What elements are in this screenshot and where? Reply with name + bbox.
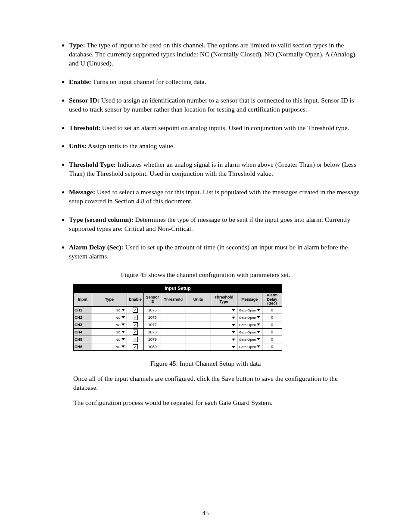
table-header-cell: Alarm Delay (Sec) bbox=[262, 292, 282, 307]
message-select[interactable]: Gate Open bbox=[238, 322, 261, 327]
table-header-cell: Units bbox=[186, 292, 211, 307]
cell-alarm-delay[interactable]: 0 bbox=[262, 329, 282, 336]
caret-down-icon bbox=[257, 316, 260, 319]
cell-message: Gate Open bbox=[237, 307, 262, 314]
cell-sensor-id[interactable]: 1076 bbox=[144, 314, 161, 321]
message-select[interactable]: Gate Open bbox=[238, 344, 261, 349]
svg-marker-14 bbox=[257, 338, 260, 340]
cell-type: NC bbox=[92, 343, 127, 351]
bullet-item: Alarm Delay (Sec): Used to set up the am… bbox=[69, 243, 364, 261]
bullet-text: Used to assign an identification number … bbox=[69, 96, 354, 113]
bullet-label: Threshold: bbox=[69, 124, 100, 131]
type-value: NC bbox=[115, 338, 121, 342]
cell-units[interactable] bbox=[186, 321, 211, 329]
type-select[interactable]: NC bbox=[93, 337, 126, 342]
svg-marker-15 bbox=[121, 345, 125, 348]
caret-down-icon bbox=[121, 331, 125, 333]
bullet-label: Sensor ID: bbox=[69, 96, 100, 104]
page-number: 45 bbox=[0, 510, 411, 517]
svg-marker-17 bbox=[257, 345, 260, 348]
cell-sensor-id[interactable]: 1075 bbox=[144, 307, 161, 314]
cell-units[interactable] bbox=[186, 307, 211, 314]
threshold-type-select[interactable] bbox=[212, 345, 236, 350]
table-row: CH5NC✓1079Gate Open0 bbox=[74, 336, 282, 343]
cell-sensor-id[interactable]: 1080 bbox=[144, 343, 161, 351]
cell-units[interactable] bbox=[186, 329, 211, 336]
type-select[interactable]: NC bbox=[93, 315, 126, 320]
bullet-label: Alarm Delay (Sec): bbox=[69, 243, 124, 251]
cell-sensor-id[interactable]: 1077 bbox=[144, 321, 161, 329]
caret-down-icon bbox=[257, 309, 260, 311]
figure-caption-before: Figure 45 shows the channel configuratio… bbox=[47, 271, 364, 280]
cell-enable: ✓ bbox=[127, 329, 144, 336]
threshold-type-select[interactable] bbox=[212, 308, 236, 313]
caret-down-icon bbox=[232, 317, 235, 319]
cell-threshold[interactable] bbox=[161, 321, 186, 329]
svg-marker-6 bbox=[121, 324, 125, 326]
bullet-text: The type of input to be used on this cha… bbox=[69, 41, 357, 67]
cell-enable: ✓ bbox=[127, 321, 144, 329]
caret-down-icon bbox=[257, 345, 260, 348]
svg-marker-11 bbox=[257, 331, 260, 333]
svg-marker-5 bbox=[257, 316, 260, 318]
caret-down-icon bbox=[121, 324, 125, 326]
cell-threshold[interactable] bbox=[161, 343, 186, 351]
cell-type: NC bbox=[92, 314, 127, 321]
type-select[interactable]: NC bbox=[93, 308, 126, 313]
message-select[interactable]: Gate Open bbox=[238, 308, 261, 313]
enable-checkbox[interactable]: ✓ bbox=[133, 315, 138, 320]
message-select[interactable]: Gate Open bbox=[238, 330, 261, 335]
cell-alarm-delay[interactable]: 0 bbox=[262, 314, 282, 321]
caret-down-icon bbox=[257, 331, 260, 333]
table-row: CH3NC✓1077Gate Open0 bbox=[74, 321, 282, 329]
enable-checkbox[interactable]: ✓ bbox=[133, 308, 138, 313]
cell-threshold[interactable] bbox=[161, 329, 186, 336]
cell-sensor-id[interactable]: 1078 bbox=[144, 329, 161, 336]
threshold-type-select[interactable] bbox=[212, 330, 236, 335]
message-select[interactable]: Gate Open bbox=[238, 315, 261, 320]
enable-checkbox[interactable]: ✓ bbox=[133, 337, 138, 342]
cell-alarm-delay[interactable]: 0 bbox=[262, 336, 282, 343]
bullet-item: Type: The type of input to be used on th… bbox=[69, 41, 364, 68]
row-channel: CH5 bbox=[74, 336, 92, 343]
cell-message: Gate Open bbox=[237, 329, 262, 336]
caret-down-icon bbox=[121, 316, 125, 319]
row-channel: CH4 bbox=[74, 329, 92, 336]
cell-type: NC bbox=[92, 329, 127, 336]
cell-alarm-delay[interactable]: 0 bbox=[262, 343, 282, 351]
bullet-label: Units: bbox=[69, 142, 86, 149]
table-header-cell: Threshold Type bbox=[211, 292, 237, 307]
type-select[interactable]: NC bbox=[93, 322, 126, 327]
cell-units[interactable] bbox=[186, 336, 211, 343]
cell-units[interactable] bbox=[186, 314, 211, 321]
type-select[interactable]: NC bbox=[93, 330, 126, 335]
threshold-type-select[interactable] bbox=[212, 337, 236, 342]
enable-checkbox[interactable]: ✓ bbox=[133, 344, 138, 349]
cell-threshold[interactable] bbox=[161, 307, 186, 314]
table-row: CH4NC✓1078Gate Open0 bbox=[74, 329, 282, 336]
type-value: NC bbox=[115, 323, 121, 327]
cell-units[interactable] bbox=[186, 343, 211, 351]
svg-marker-3 bbox=[121, 316, 125, 318]
enable-checkbox[interactable]: ✓ bbox=[133, 322, 138, 327]
table-row: CH2NC✓1076Gate Open0 bbox=[74, 314, 282, 321]
threshold-type-select[interactable] bbox=[212, 315, 236, 320]
message-select[interactable]: Gate Open bbox=[238, 337, 261, 342]
cell-threshold-type bbox=[211, 336, 237, 343]
type-value: NC bbox=[115, 308, 121, 312]
row-channel: CH6 bbox=[74, 343, 92, 351]
table-header-cell: Input bbox=[74, 292, 92, 307]
cell-alarm-delay[interactable]: 0 bbox=[262, 321, 282, 329]
type-select[interactable]: NC bbox=[93, 344, 126, 349]
cell-sensor-id[interactable]: 1079 bbox=[144, 336, 161, 343]
bullet-text: Used to set an alarm setpoint on analog … bbox=[102, 124, 349, 131]
cell-threshold[interactable] bbox=[161, 336, 186, 343]
cell-message: Gate Open bbox=[237, 321, 262, 329]
caret-down-icon bbox=[232, 346, 235, 348]
cell-alarm-delay[interactable]: 0 bbox=[262, 307, 282, 314]
cell-threshold-type bbox=[211, 307, 237, 314]
threshold-type-select[interactable] bbox=[212, 323, 236, 328]
enable-checkbox[interactable]: ✓ bbox=[133, 330, 138, 335]
cell-threshold[interactable] bbox=[161, 314, 186, 321]
cell-enable: ✓ bbox=[127, 336, 144, 343]
